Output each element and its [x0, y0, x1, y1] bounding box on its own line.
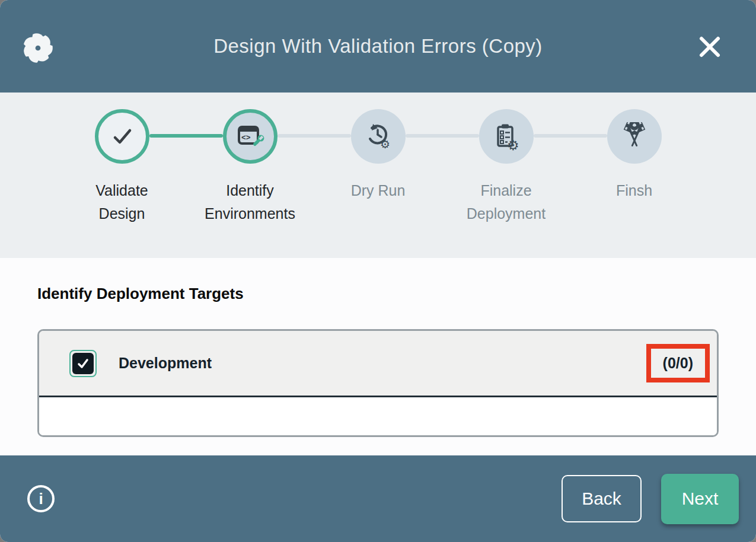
- step-finalize-deployment: ⚙ Finalize Deployment: [442, 93, 570, 225]
- pinwheel-logo: [20, 30, 56, 66]
- svg-text:<>: <>: [241, 133, 251, 142]
- step-label: Finalize Deployment: [467, 179, 546, 225]
- step-label: Dry Run: [351, 179, 406, 202]
- stepper-connector: [149, 134, 223, 138]
- deployment-targets-panel: Development (0/0): [37, 329, 719, 437]
- target-panel-empty-area: [39, 397, 717, 435]
- target-count-badge: (0/0): [663, 355, 693, 372]
- step-label: Validate Design: [95, 179, 148, 225]
- target-row-development[interactable]: Development (0/0): [39, 331, 717, 397]
- info-icon[interactable]: i: [27, 485, 55, 512]
- target-name-label: Development: [119, 355, 212, 372]
- svg-text:⚙: ⚙: [380, 138, 390, 151]
- step-circle[interactable]: ⚙: [479, 109, 534, 164]
- dialog-footer: i Back Next: [0, 455, 756, 542]
- deployment-wizard-dialog: Design With Validation Errors (Copy): [0, 0, 756, 542]
- dialog-header: Design With Validation Errors (Copy): [0, 0, 756, 93]
- development-checkbox[interactable]: [69, 350, 97, 377]
- wizard-body: Identify Deployment Targets Development …: [0, 258, 756, 455]
- step-label: Identify Environments: [205, 179, 295, 225]
- annotation-highlight-box: (0/0): [646, 344, 710, 382]
- history-gear-icon: ⚙: [364, 122, 393, 151]
- footer-buttons: Back Next: [562, 455, 739, 542]
- stepper-track: Validate Design <>: [58, 93, 698, 225]
- stepper-connector: [406, 134, 479, 138]
- step-circle[interactable]: [607, 109, 662, 164]
- checkered-flags-icon: [619, 122, 650, 151]
- step-validate-design: Validate Design: [58, 93, 186, 225]
- wizard-stepper: Validate Design <>: [0, 93, 756, 258]
- dialog-title: Design With Validation Errors (Copy): [0, 35, 756, 58]
- back-button[interactable]: Back: [562, 475, 642, 522]
- code-window-wrench-icon: <>: [236, 122, 264, 151]
- page-title: Identify Deployment Targets: [37, 285, 244, 303]
- step-identify-environments: <> Identify Environments: [186, 93, 314, 225]
- check-icon: [109, 123, 136, 150]
- step-circle[interactable]: ⚙: [351, 109, 406, 164]
- close-icon[interactable]: [696, 33, 723, 60]
- checkbox-checked-icon: [72, 353, 94, 374]
- step-finish: Finsh: [570, 93, 698, 225]
- stepper-connector: [534, 134, 607, 138]
- step-circle[interactable]: <>: [223, 109, 277, 164]
- step-dry-run: ⚙ Dry Run: [314, 93, 442, 225]
- stepper-connector: [277, 134, 351, 138]
- step-circle[interactable]: [95, 109, 149, 164]
- clipboard-gear-icon: ⚙: [492, 122, 521, 151]
- next-button[interactable]: Next: [661, 474, 739, 524]
- step-label: Finsh: [616, 179, 652, 202]
- svg-text:⚙: ⚙: [507, 138, 519, 151]
